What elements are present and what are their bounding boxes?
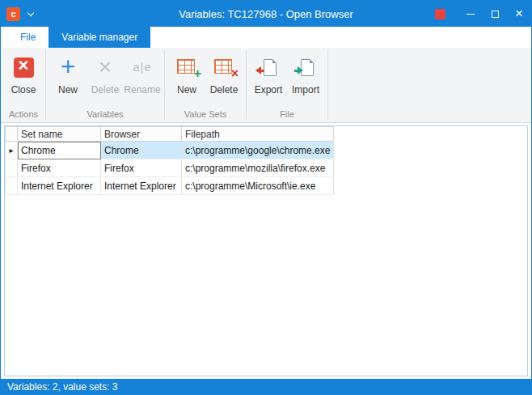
button-label: Export	[255, 84, 283, 96]
close-icon	[515, 6, 523, 21]
import-icon	[301, 59, 314, 76]
ribbon-group-actions: Close Actions	[2, 48, 44, 122]
titlebar: c Variables: TC127968 - Open Browser	[1, 1, 531, 27]
red-square-icon	[435, 9, 445, 19]
cell-set-name[interactable]: Firefox	[18, 159, 101, 177]
cell-browser[interactable]: Chrome	[101, 142, 182, 159]
maximize-button[interactable]	[483, 1, 507, 27]
group-separator	[45, 50, 46, 120]
minimize-icon	[467, 14, 475, 15]
grid-body: ▸ Chrome Chrome c:\programme\google\chro…	[6, 142, 334, 195]
row-indicator-header	[6, 127, 18, 142]
table-delete-icon	[214, 59, 234, 75]
group-separator	[246, 50, 247, 120]
app-icon[interactable]: c	[6, 7, 20, 21]
rename-icon	[133, 60, 152, 74]
chevron-down-icon[interactable]	[27, 9, 34, 15]
plus-icon	[61, 56, 76, 79]
ribbon-tab-bar: File Variable manager	[1, 27, 531, 48]
column-header-browser[interactable]: Browser	[101, 127, 182, 142]
button-label: New	[177, 84, 196, 96]
new-variable-button[interactable]: New	[49, 52, 87, 109]
column-header-filepath[interactable]: Filepath	[182, 127, 334, 142]
group-label-variables: Variables	[47, 109, 163, 122]
group-separator	[164, 50, 165, 120]
delete-variable-button[interactable]: Delete	[87, 52, 124, 109]
tab-file[interactable]: File	[7, 27, 49, 48]
current-row-arrow-icon	[6, 159, 18, 177]
cell-set-name[interactable]: Chrome	[18, 142, 101, 159]
current-row-arrow-icon: ▸	[6, 142, 18, 159]
tab-variable-manager[interactable]: Variable manager	[49, 27, 150, 48]
ribbon-group-file: Export Import File	[247, 48, 327, 122]
app-icon-letter: c	[11, 9, 15, 19]
group-label-actions: Actions	[2, 109, 44, 122]
delete-x-icon	[99, 57, 112, 78]
cell-browser[interactable]: Firefox	[101, 159, 182, 177]
new-value-set-button[interactable]: New	[168, 52, 205, 109]
app-window: c Variables: TC127968 - Open Browser Fil…	[0, 0, 532, 395]
current-row-arrow-icon	[6, 177, 18, 195]
rename-variable-button[interactable]: Rename	[124, 52, 161, 109]
export-icon	[264, 59, 277, 76]
cell-set-name[interactable]: Internet Explorer	[18, 177, 101, 195]
variables-table: Set name Browser Filepath ▸ Chrome Chrom…	[5, 126, 334, 195]
column-header-set-name[interactable]: Set name	[18, 127, 101, 142]
delete-value-set-button[interactable]: Delete	[205, 52, 243, 109]
close-red-icon	[14, 57, 34, 78]
ribbon: Close Actions New Delete Rename	[1, 48, 531, 123]
cell-filepath[interactable]: c:\programme\mozilla\firefox.exe	[182, 159, 334, 177]
export-button[interactable]: Export	[250, 52, 287, 109]
import-button[interactable]: Import	[287, 52, 324, 109]
status-bar: Variables: 2, value sets: 3	[1, 379, 531, 394]
group-separator	[327, 50, 328, 120]
maximize-icon	[492, 11, 499, 18]
close-action-button[interactable]: Close	[5, 52, 42, 109]
minimize-button[interactable]	[458, 1, 483, 27]
table-row[interactable]: Internet Explorer Internet Explorer c:\p…	[6, 177, 334, 195]
ribbon-group-value-sets: New Delete Value Sets	[166, 48, 245, 122]
status-text: Variables: 2, value sets: 3	[7, 381, 118, 393]
group-label-value-sets: Value Sets	[166, 109, 245, 122]
ribbon-group-variables: New Delete Rename Variables	[47, 48, 163, 122]
button-label: Import	[292, 84, 319, 96]
table-row[interactable]: Firefox Firefox c:\programme\mozilla\fir…	[6, 159, 334, 177]
button-label: New	[58, 84, 78, 96]
table-row[interactable]: ▸ Chrome Chrome c:\programme\google\chro…	[6, 142, 334, 159]
button-label: Close	[11, 84, 36, 96]
button-label: Delete	[210, 84, 239, 96]
cell-browser[interactable]: Internet Explorer	[101, 177, 182, 195]
table-add-icon	[177, 59, 196, 75]
header-row: Set name Browser Filepath	[6, 127, 334, 142]
group-label-file: File	[247, 109, 327, 122]
cell-filepath[interactable]: c:\programme\google\chrome.exe	[182, 142, 334, 159]
close-window-button[interactable]	[507, 1, 531, 27]
variables-grid-panel: Set name Browser Filepath ▸ Chrome Chrom…	[4, 125, 528, 376]
button-label: Delete	[91, 84, 120, 96]
button-label: Rename	[124, 84, 160, 96]
cell-filepath[interactable]: c:\programme\Microsoft\ie.exe	[182, 177, 334, 195]
